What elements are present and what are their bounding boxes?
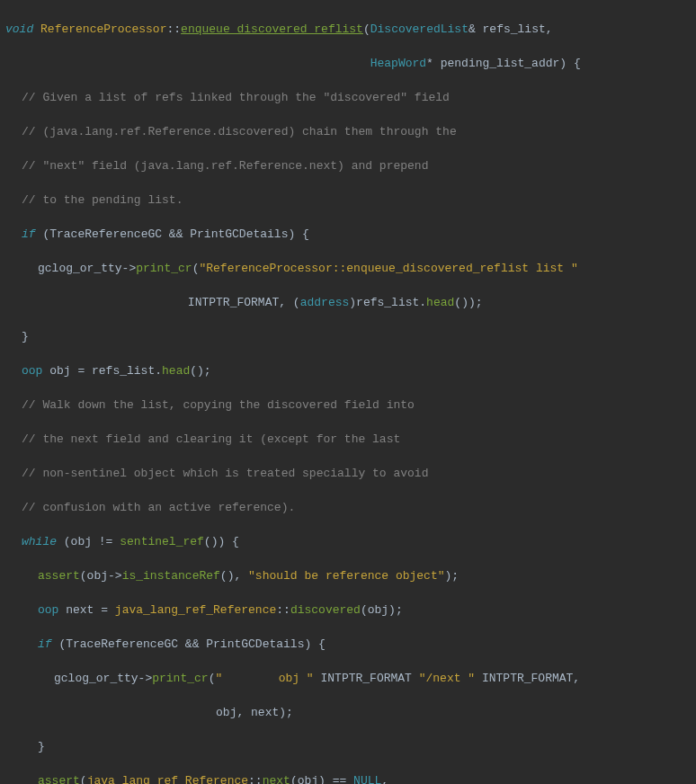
code-comment: // Given a list of refs linked through t…	[5, 89, 691, 106]
code-line: }	[5, 328, 691, 345]
code-line: assert(obj->is_instanceRef(), "should be…	[5, 567, 691, 584]
code-line: while (obj != sentinel_ref()) {	[5, 533, 691, 550]
code-line: }	[5, 738, 691, 755]
code-line: assert(java_lang_ref_Reference::next(obj…	[5, 772, 691, 784]
code-comment: // "next" field (java.lang.ref.Reference…	[5, 157, 691, 174]
code-comment: // non-sentinel object which is treated …	[5, 465, 691, 482]
code-comment: // to the pending list.	[5, 192, 691, 209]
code-line: if (TraceReferenceGC && PrintGCDetails) …	[5, 226, 691, 243]
code-line: oop obj = refs_list.head();	[5, 362, 691, 379]
code-comment: // the next field and clearing it (excep…	[5, 431, 691, 448]
code-line: obj, next);	[5, 704, 691, 721]
code-line: HeapWord* pending_list_addr) {	[5, 55, 691, 72]
code-line: gclog_or_tty->print_cr("ReferenceProcess…	[5, 260, 691, 277]
code-comment: // Walk down the list, copying the disco…	[5, 396, 691, 414]
code-block: void ReferenceProcessor::enqueue_discove…	[0, 0, 696, 784]
code-comment: // confusion with an active reference).	[5, 499, 691, 516]
code-line: gclog_or_tty->print_cr(" obj " INTPTR_FO…	[5, 670, 691, 687]
code-line: void ReferenceProcessor::enqueue_discove…	[5, 21, 691, 38]
code-comment: // (java.lang.ref.Reference.discovered) …	[5, 123, 691, 140]
code-line: INTPTR_FORMAT, (address)refs_list.head()…	[5, 294, 691, 311]
code-line: if (TraceReferenceGC && PrintGCDetails) …	[5, 636, 691, 653]
code-line: oop next = java_lang_ref_Reference::disc…	[5, 601, 691, 619]
